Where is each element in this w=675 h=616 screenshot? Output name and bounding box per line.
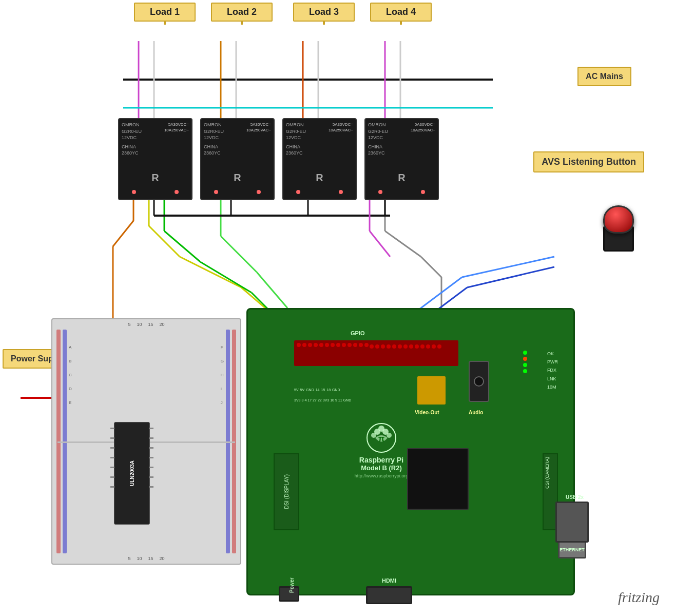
svg-line-30 [421,277,462,308]
ac-mains-label: AC Mains [577,67,631,86]
led-labels: OK PWR FDX LNK 10M [547,350,558,391]
video-out-connector [417,376,446,405]
hdmi-port: HDMI [366,586,412,604]
svg-line-15 [149,226,180,257]
svg-line-16 [180,257,241,287]
svg-line-19 [164,231,200,262]
relay-3: OMRON G2R0-EU 12VDC CHINA 2360YC 5A30VDC… [282,118,357,200]
video-out-label: Video-Out [415,410,439,415]
avs-push-button[interactable] [598,205,639,252]
svg-text:π: π [378,434,384,443]
breadboard: 5101520 5101520 ABCDE FGHIJ ULN2003A [51,318,241,565]
fritzing-label: fritzing [618,589,660,606]
raspberry-pi-board: 5V5VGND141518GND 3V3341727223V310911GND … [246,308,575,595]
svg-line-26 [385,231,421,257]
load4-label: Load 4 [370,3,432,22]
audio-label: Audio [469,410,483,415]
power-connector: Power [279,586,299,602]
dsi-connector: DSI (DISPLAY) [274,453,299,530]
gpio-header: 5V5VGND141518GND 3V3341727223V310911GND [294,340,458,366]
audio-jack-connector [469,361,489,402]
svg-line-27 [421,257,441,277]
svg-line-23 [221,236,257,272]
svg-point-51 [387,433,392,438]
svg-line-11 [113,221,133,246]
status-leds [523,351,527,373]
relay-4: OMRON G2R0-EU 12VDC CHINA 2360YC 5A30VDC… [364,118,439,200]
load2-label: Load 2 [211,3,273,22]
load1-label: Load 1 [134,3,196,22]
relay-1: OMRON G2R0-EU 12VDC CHINA 2360YC 5A30VDC… [118,118,192,200]
gpio-label: GPIO [351,330,365,336]
svg-line-42 [370,231,390,257]
usb-label: USB 2x [566,494,584,500]
main-processor [407,448,469,510]
relay-2: OMRON G2R0-EU 12VDC CHINA 2360YC 5A30VDC… [200,118,275,200]
avs-button-label: AVS Listening Button [533,151,644,172]
svg-line-20 [200,262,252,293]
svg-line-29 [462,257,554,277]
svg-line-24 [257,272,287,308]
svg-point-50 [371,433,376,438]
svg-line-32 [467,267,554,287]
load3-label: Load 3 [293,3,355,22]
uln2003a-chip: ULN2003A [114,422,150,525]
ethernet-port: ETHERNET [555,502,589,543]
svg-point-49 [378,426,384,432]
